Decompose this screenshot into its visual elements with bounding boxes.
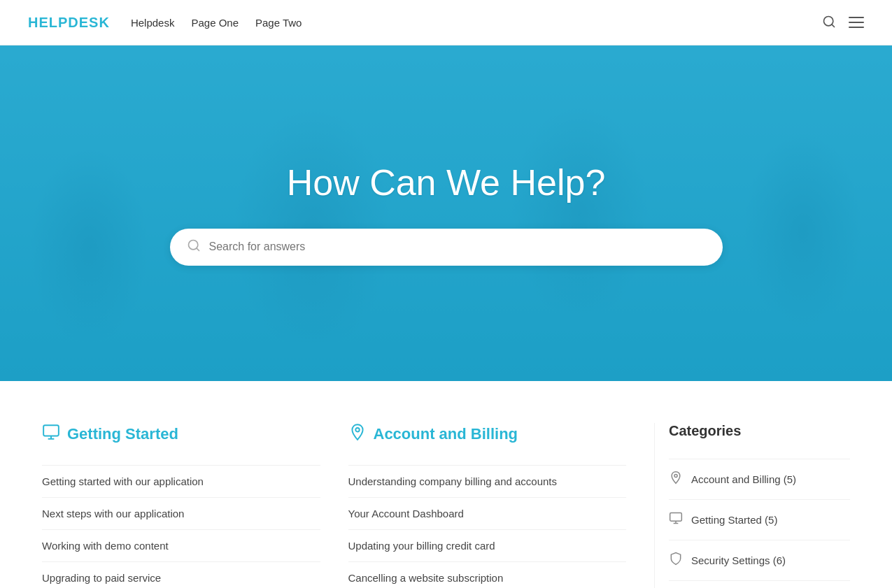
getting-started-section: Getting Started Getting started with our… [42, 423, 348, 588]
nav-page-one[interactable]: Page One [191, 17, 239, 29]
categories-list: Account and Billing (5) Getting Started … [669, 459, 850, 588]
list-item[interactable]: Cancelling a website subscription [348, 562, 627, 588]
categories-title: Categories [669, 423, 850, 439]
svg-line-1 [832, 24, 835, 27]
svg-line-3 [196, 248, 199, 250]
svg-rect-4 [43, 425, 59, 436]
getting-started-category-icon [669, 511, 683, 529]
hero-content: How Can We Help? [0, 162, 892, 266]
svg-point-7 [355, 428, 359, 431]
header-right [822, 15, 864, 31]
list-item[interactable]: Next steps with our application [42, 498, 320, 530]
list-item[interactable]: Understanding company billing and accoun… [348, 465, 627, 498]
search-input[interactable] [209, 241, 706, 253]
list-item[interactable]: Your Account Dashboard [348, 498, 627, 530]
category-item-getting-started[interactable]: Getting Started (5) [669, 500, 850, 540]
search-bar-icon [187, 238, 201, 256]
security-category-icon [669, 552, 683, 569]
category-item-troubleshooting[interactable]: Troubleshooting (5) [669, 581, 850, 588]
header-left: HELPDESK Helpdesk Page One Page Two [28, 15, 302, 31]
account-billing-title: Account and Billing [348, 423, 627, 445]
getting-started-title: Getting Started [42, 423, 320, 445]
main-content: Getting Started Getting started with our… [0, 381, 892, 588]
account-billing-section: Account and Billing Understanding compan… [348, 423, 655, 588]
list-item[interactable]: Working with demo content [42, 530, 320, 562]
hero-section: How Can We Help? [0, 45, 892, 381]
billing-category-icon [669, 471, 683, 488]
search-icon[interactable] [822, 15, 836, 31]
category-item-security[interactable]: Security Settings (6) [669, 540, 850, 581]
main-nav: Helpdesk Page One Page Two [131, 17, 302, 29]
list-item[interactable]: Getting started with our application [42, 465, 320, 498]
header: HELPDESK Helpdesk Page One Page Two [0, 0, 892, 45]
search-bar [170, 229, 723, 266]
hero-title: How Can We Help? [14, 162, 878, 203]
categories-section: Categories Account and Billing (5) [654, 423, 850, 588]
list-item[interactable]: Upgrading to paid service [42, 562, 320, 588]
hamburger-menu-icon[interactable] [849, 17, 864, 28]
nav-helpdesk[interactable]: Helpdesk [131, 17, 175, 29]
account-billing-list: Understanding company billing and accoun… [348, 465, 627, 588]
svg-point-8 [674, 474, 677, 477]
list-item[interactable]: Updating your billing credit card [348, 530, 627, 562]
getting-started-list: Getting started with our application Nex… [42, 465, 320, 588]
logo[interactable]: HELPDESK [28, 15, 110, 31]
nav-page-two[interactable]: Page Two [255, 17, 302, 29]
category-item-billing[interactable]: Account and Billing (5) [669, 459, 850, 500]
getting-started-icon [42, 423, 60, 445]
svg-rect-9 [670, 513, 682, 522]
account-billing-icon [348, 423, 367, 445]
